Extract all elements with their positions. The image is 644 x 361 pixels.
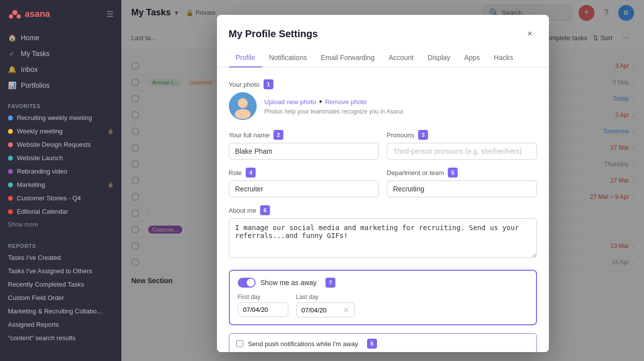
sidebar-item-my-tasks[interactable]: ✓ My Tasks [0,46,121,61]
dot-icon [8,169,13,174]
push-notify-row: Send push notifications while I'm away 8 [229,333,537,352]
first-day-input[interactable] [243,306,283,313]
tab-display[interactable]: Display [421,49,457,67]
department-group: Department or team 5 [387,168,537,197]
step-badge-7: 7 [325,278,335,288]
about-me-label: About me 6 [229,205,537,215]
full-name-input[interactable] [229,143,379,160]
away-toggle-row: Show me as away 7 [238,278,528,288]
asana-logo-icon [8,7,22,21]
report-content-search[interactable]: "content" search results [0,331,121,345]
modal-tabs: Profile Notifications Email Forwarding A… [217,49,549,67]
tab-notifications[interactable]: Notifications [262,49,314,67]
date-clear-icon[interactable]: ✕ [343,306,349,314]
pronouns-input[interactable] [387,143,537,160]
report-tasks-created[interactable]: Tasks I've Created [0,251,121,264]
last-day-group: Last day ✕ [296,294,355,317]
step-badge-3: 3 [418,130,428,140]
pronouns-label: Pronouns 3 [387,130,537,140]
date-row: First day Last day ✕ [238,294,528,317]
last-day-input-wrap: ✕ [296,302,355,317]
tab-hacks[interactable]: Hacks [487,49,520,67]
role-department-row: Role 4 Department or team 5 [229,168,537,197]
toggle-slider [238,278,256,288]
about-me-label-text: About me [229,207,257,214]
sidebar-item-portfolios[interactable]: 📊 Portfolios [0,77,121,93]
fav-label: Rebranding video [17,168,67,175]
report-tasks-assigned[interactable]: Tasks I've Assigned to Others [0,264,121,278]
dot-icon [8,196,13,201]
report-custom-field[interactable]: Custom Field Order [0,291,121,304]
hamburger-icon[interactable]: ☰ [107,9,113,19]
about-me-section: About me 6 I manage our social media and… [229,205,537,260]
modal-header: My Profile Settings × [217,15,549,41]
sidebar-item-inbox[interactable]: 🔔 Inbox [0,61,121,77]
sidebar-home-label: Home [21,34,39,42]
department-input[interactable] [387,180,537,197]
fav-label: Website Launch [17,154,63,162]
report-marketing-recruiting[interactable]: Marketing & Recruiting Collabo... [0,304,121,318]
photo-row: Upload new photo • Remove photo Photos h… [229,92,537,120]
role-label-text: Role [229,169,242,177]
upload-photo-link[interactable]: Upload new photo [265,98,317,106]
name-pronouns-row: Your full name 2 Pronouns 3 [229,130,537,160]
fav-label: Weekly meeting [17,127,62,135]
push-notify-checkbox[interactable] [236,340,243,347]
tab-email-forwarding[interactable]: Email Forwarding [314,49,381,67]
report-assigned[interactable]: Assigned Reports [0,318,121,331]
fav-label: Website Design Requests [17,141,91,148]
separator: • [319,97,322,106]
about-me-input[interactable]: I manage our social media and marketing … [229,218,537,258]
photo-hint: Photos help your teammates recognize you… [265,108,403,115]
photo-label: Your photo 1 [229,79,537,89]
photo-section: Your photo 1 Up [229,79,537,120]
tab-profile[interactable]: Profile [229,49,263,67]
department-label: Department or team 5 [387,168,537,178]
sidebar-item-home[interactable]: 🏠 Home [0,30,121,46]
sidebar-nav: 🏠 Home ✓ My Tasks 🔔 Inbox 📊 Portfolios [0,28,121,95]
modal-close-button[interactable]: × [523,27,537,41]
svg-point-5 [235,109,251,119]
sidebar-logo: asana ☰ [0,0,121,28]
dot-icon [8,116,13,120]
sidebar-my-tasks-label: My Tasks [21,50,50,58]
fav-item-website-design[interactable]: Website Design Requests [0,138,121,151]
check-icon: ✓ [8,50,16,58]
fav-item-weekly[interactable]: Weekly meeting 🔒 [0,124,121,138]
fav-label: Recruiting weekly meeting [17,114,92,121]
fav-item-rebranding[interactable]: Rebranding video [0,165,121,178]
step-badge-5: 5 [448,168,458,178]
role-group: Role 4 [229,168,379,197]
dot-icon [8,129,13,134]
first-day-label: First day [238,294,288,301]
tab-apps[interactable]: Apps [457,49,487,67]
fav-item-recruiting[interactable]: Recruiting weekly meeting [0,111,121,124]
show-more-button[interactable]: Show more [0,218,121,231]
last-day-label: Last day [296,294,355,301]
pronouns-group: Pronouns 3 [387,130,537,160]
modal-title: My Profile Settings [229,28,318,40]
fav-item-website-launch[interactable]: Website Launch [0,151,121,165]
role-label: Role 4 [229,168,379,178]
sidebar-inbox-label: Inbox [21,65,38,73]
dot-icon [8,182,13,187]
tab-account[interactable]: Account [381,49,421,67]
fav-item-editorial[interactable]: Editorial Calendar [0,205,121,218]
profile-avatar [229,92,257,120]
photo-action-row: Upload new photo • Remove photo [265,97,403,106]
away-toggle[interactable] [238,278,256,288]
favorites-section-label: Favorites [0,95,121,111]
fav-item-marketing[interactable]: Marketing 🔒 [0,178,121,191]
asana-logo: asana [8,7,50,21]
last-day-input[interactable] [302,306,341,314]
step-badge-8: 8 [367,339,377,349]
fav-label: Customer Stories - Q4 [17,194,81,202]
fav-item-customer-stories[interactable]: Customer Stories - Q4 [0,191,121,205]
svg-point-2 [17,14,21,19]
portfolios-icon: 📊 [8,81,16,89]
report-recently-completed[interactable]: Recently Completed Tasks [0,278,121,291]
fav-label: Editorial Calendar [17,208,68,215]
svg-point-1 [9,14,13,19]
role-input[interactable] [229,180,379,197]
remove-photo-link[interactable]: Remove photo [325,98,367,106]
